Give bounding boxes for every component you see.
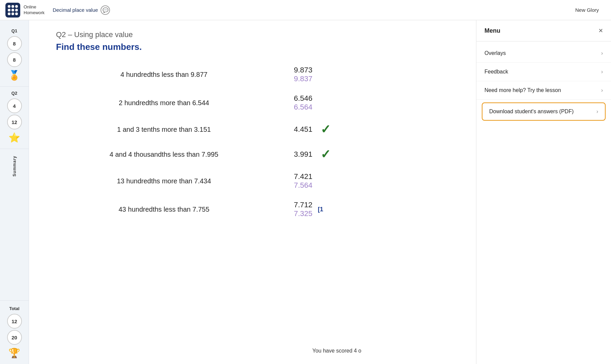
question-subtitle: Find these numbers. xyxy=(56,42,456,52)
sidebar-total-label: Total xyxy=(9,306,19,311)
menu-item-label: Download student's answers (PDF) xyxy=(489,109,574,115)
menu-item[interactable]: Need more help? Try the lesson› xyxy=(476,81,611,100)
menu-item[interactable]: Feedback› xyxy=(476,63,611,81)
question-row-text: 4 and 4 thousandths less than 7.995 xyxy=(70,151,258,158)
sidebar-total-badge: 🏆 xyxy=(8,347,20,359)
answer-block: 4.451 xyxy=(279,125,312,134)
question-row: 13 hundredths more than 7.4347.4217.564 xyxy=(56,172,456,190)
sidebar-total-total: 20 xyxy=(7,330,22,345)
sidebar-q1-score: 8 xyxy=(7,36,22,51)
sidebar: Q1 8 8 🏅 Q2 4 12 ⭐ Summary Total 12 20 xyxy=(0,20,29,364)
breadcrumb[interactable]: Decimal place value 💬 xyxy=(53,5,110,15)
app-name: Online Homework xyxy=(24,4,45,16)
sidebar-total-section[interactable]: Total 12 20 🏆 xyxy=(0,300,29,364)
question-rows: 4 hundredths less than 9.8779.8739.8372 … xyxy=(56,66,456,218)
check-icon: ✓ xyxy=(321,147,331,161)
score-text: You have scored 4 o xyxy=(312,348,361,354)
chevron-right-icon: › xyxy=(601,87,603,93)
menu-header: Menu × xyxy=(476,20,611,41)
sidebar-q1-total: 8 xyxy=(7,52,22,67)
sidebar-q1-badge: 🏅 xyxy=(8,70,20,81)
main-layout: Q1 8 8 🏅 Q2 4 12 ⭐ Summary Total 12 20 xyxy=(0,20,611,364)
menu-panel: Menu × Overlays›Feedback›Need more help?… xyxy=(476,20,611,364)
bracket-label: [1 xyxy=(318,206,323,213)
answer-block: 3.991 xyxy=(279,150,312,159)
answer-student: 7.325 xyxy=(294,209,312,218)
sidebar-q2-total: 12 xyxy=(7,115,22,129)
answer-block: 7.4217.564 xyxy=(279,172,312,190)
sidebar-summary-section[interactable]: Summary xyxy=(0,149,29,300)
check-icon: ✓ xyxy=(321,122,331,136)
question-row: 1 and 3 tenths more than 3.1514.451✓ xyxy=(56,122,456,136)
question-row-text: 13 hundredths more than 7.434 xyxy=(70,177,258,185)
sidebar-q1-label: Q1 xyxy=(11,28,17,33)
chevron-right-icon: › xyxy=(601,50,603,56)
menu-items: Overlays›Feedback›Need more help? Try th… xyxy=(476,41,611,126)
question-row: 43 hundredths less than 7.7557.7127.325[… xyxy=(56,201,456,218)
sidebar-q2-badge: ⭐ xyxy=(8,132,20,143)
question-row: 4 and 4 thousandths less than 7.9953.991… xyxy=(56,147,456,161)
chevron-right-icon: › xyxy=(601,69,603,75)
content-area: Q2 – Using place value Find these number… xyxy=(29,20,476,364)
sidebar-q2-label: Q2 xyxy=(11,91,17,96)
answer-block: 7.7127.325 xyxy=(279,201,312,218)
sidebar-total-score: 12 xyxy=(7,314,22,329)
app-logo[interactable] xyxy=(5,3,20,18)
question-row-text: 2 hundredths more than 6.544 xyxy=(70,99,258,107)
header: Online Homework Decimal place value 💬 Ne… xyxy=(0,0,611,20)
menu-close-button[interactable]: × xyxy=(599,26,603,35)
logo-grid xyxy=(8,5,18,15)
answer-correct: 3.991 xyxy=(294,150,312,159)
menu-item[interactable]: Download student's answers (PDF)› xyxy=(482,102,606,121)
answer-block: 9.8739.837 xyxy=(279,66,312,83)
answer-correct: 4.451 xyxy=(294,125,312,134)
menu-item[interactable]: Overlays› xyxy=(476,44,611,63)
question-row-text: 43 hundredths less than 7.755 xyxy=(70,206,258,213)
question-title: Q2 – Using place value xyxy=(56,30,456,39)
answer-student: 7.564 xyxy=(294,181,312,190)
question-row-text: 1 and 3 tenths more than 3.151 xyxy=(70,126,258,133)
answer-student: 9.837 xyxy=(294,74,312,83)
sidebar-q1-section[interactable]: Q1 8 8 🏅 xyxy=(0,24,29,87)
sidebar-q2-score: 4 xyxy=(7,98,22,113)
answer-correct: 7.712 xyxy=(294,201,312,209)
user-name: New Glory xyxy=(575,7,606,13)
sidebar-q2-section[interactable]: Q2 4 12 ⭐ xyxy=(0,87,29,149)
answer-correct: 7.421 xyxy=(294,172,312,181)
answer-student: 6.564 xyxy=(294,103,312,112)
menu-item-label: Feedback xyxy=(484,69,508,75)
answer-block: 6.5466.564 xyxy=(279,94,312,112)
chevron-right-icon: › xyxy=(596,109,598,115)
question-row: 4 hundredths less than 9.8779.8739.837 xyxy=(56,66,456,83)
answer-correct: 9.873 xyxy=(294,66,312,74)
answer-correct: 6.546 xyxy=(294,94,312,103)
question-row-text: 4 hundredths less than 9.877 xyxy=(70,71,258,79)
feedback-icon: 💬 xyxy=(101,5,110,15)
question-row: 2 hundredths more than 6.5446.5466.564 xyxy=(56,94,456,112)
sidebar-summary-label: Summary xyxy=(12,156,17,177)
menu-item-label: Overlays xyxy=(484,50,506,56)
menu-title: Menu xyxy=(484,27,500,34)
menu-item-label: Need more help? Try the lesson xyxy=(484,87,561,93)
